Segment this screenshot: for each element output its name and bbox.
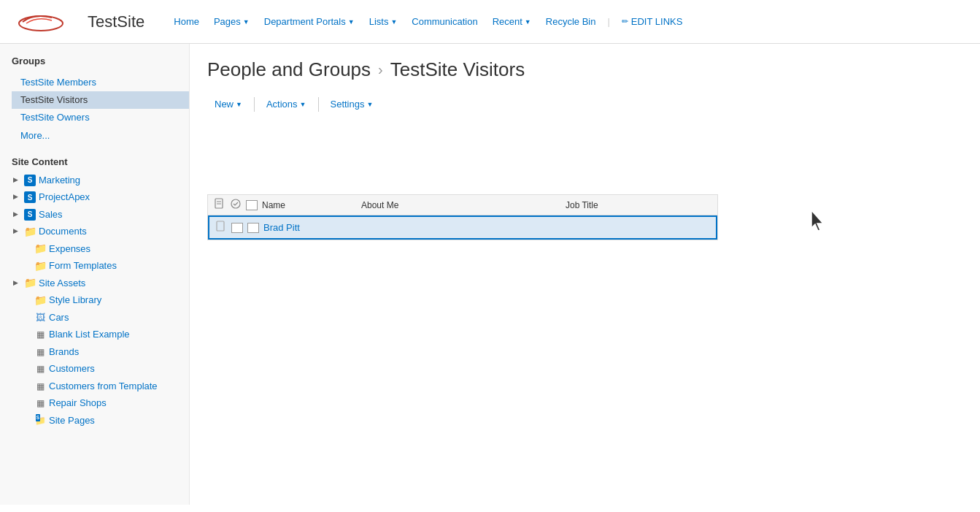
tree-item-blank-list-example[interactable]: ▶ ▦ Blank List Example	[12, 326, 189, 343]
header-page-icon	[214, 198, 230, 212]
expand-arrow-icon: ▶	[13, 210, 23, 220]
expand-arrow-icon: ▶	[13, 175, 23, 186]
folder-icon-expenses: 📁	[34, 243, 47, 255]
main-layout: Groups TestSite Members TestSite Visitor…	[0, 44, 980, 505]
settings-arrow-icon: ▼	[366, 101, 373, 108]
nav-home[interactable]: Home	[168, 13, 205, 30]
s-icon-projectapex: S	[23, 191, 36, 203]
folder-icon-documents: 📁	[23, 226, 36, 237]
nav-recycle-bin[interactable]: Recycle Bin	[540, 13, 602, 30]
cursor-area	[809, 209, 826, 234]
actions-button[interactable]: Actions ▼	[259, 96, 314, 112]
site-content-title: Site Content	[12, 156, 189, 167]
tree-item-form-templates[interactable]: ▶ 📁 Form Templates	[12, 257, 189, 275]
tree-item-sales[interactable]: ▶ S Sales	[12, 206, 189, 223]
page-title-main: People and Groups	[207, 58, 371, 81]
expand-arrow-icon: ▶	[13, 192, 23, 202]
tree-item-marketing[interactable]: ▶ S Marketing	[12, 172, 189, 189]
nav-dept-portals[interactable]: Department Portals ▼	[258, 13, 360, 30]
folder-icon-site-pages: 📁 S	[34, 415, 47, 427]
s-icon-sales: S	[23, 209, 36, 221]
col-name-header: Name	[262, 200, 361, 210]
header-edit-icon	[230, 198, 246, 212]
sidebar: Groups TestSite Members TestSite Visitor…	[0, 44, 190, 505]
s-icon-marketing: S	[23, 175, 36, 186]
list-icon-repair-shops: ▦	[34, 397, 47, 409]
site-title: TestSite	[88, 12, 144, 31]
new-button[interactable]: New ▼	[207, 96, 250, 112]
nav-bar: Home Pages ▼ Department Portals ▼ Lists …	[168, 13, 688, 30]
list-icon-brands: ▦	[34, 346, 47, 358]
toolbar: New ▼ Actions ▼ Settings ▼	[207, 96, 962, 115]
content-area: People and Groups › TestSite Visitors Ne…	[190, 44, 980, 505]
row-checkbox[interactable]	[231, 223, 243, 233]
lists-arrow-icon: ▼	[390, 18, 397, 26]
nav-pages[interactable]: Pages ▼	[208, 13, 255, 30]
list-icon-blank-list: ▦	[34, 329, 47, 340]
nav-communication[interactable]: Communication	[406, 13, 483, 30]
recent-arrow-icon: ▼	[525, 18, 531, 26]
tree-item-site-assets[interactable]: ▶ 📁 Site Assets	[12, 275, 189, 292]
tree-item-customers-from-template[interactable]: ▶ ▦ Customers from Template	[12, 378, 189, 395]
toolbar-separator	[254, 97, 255, 112]
header: TestSite Home Pages ▼ Department Portals…	[0, 0, 980, 44]
header-checkbox[interactable]	[246, 200, 258, 210]
sidebar-item-more[interactable]: More...	[12, 127, 189, 145]
row-select-checkbox[interactable]	[247, 223, 259, 233]
tree-item-projectapex[interactable]: ▶ S ProjectApex	[12, 188, 189, 206]
svg-point-4	[231, 199, 240, 208]
pages-arrow-icon: ▼	[243, 18, 250, 26]
nav-lists[interactable]: Lists ▼	[363, 13, 404, 30]
tree-item-style-library[interactable]: ▶ 📁 Style Library	[12, 291, 189, 309]
svg-point-0	[19, 16, 63, 31]
edit-icon: ✏	[622, 17, 628, 26]
page-heading: People and Groups › TestSite Visitors	[207, 58, 962, 81]
tree-item-repair-shops[interactable]: ▶ ▦ Repair Shops	[12, 394, 189, 412]
logo-icon	[12, 7, 70, 37]
user-name-link[interactable]: Brad Pitt	[263, 222, 300, 233]
svg-rect-5	[217, 221, 224, 231]
sidebar-item-testsite-owners[interactable]: TestSite Owners	[12, 109, 189, 126]
tree-item-documents[interactable]: ▶ 📁 Documents	[12, 223, 189, 240]
page-title-sub: TestSite Visitors	[390, 58, 525, 81]
expand-arrow-icon: ▶	[13, 278, 23, 289]
edit-links-button[interactable]: ✏ EDIT LINKS	[616, 13, 689, 30]
folder-icon-form-templates: 📁	[34, 260, 47, 272]
settings-button[interactable]: Settings ▼	[323, 96, 381, 112]
nav-recent[interactable]: Recent ▼	[487, 13, 537, 30]
tree-item-customers[interactable]: ▶ ▦ Customers	[12, 360, 189, 378]
groups-title: Groups	[12, 56, 189, 69]
tree-item-brands[interactable]: ▶ ▦ Brands	[12, 343, 189, 361]
img-icon-cars: 🖼	[34, 312, 47, 324]
people-table: Name About Me Job Title Brad Pitt	[207, 194, 718, 240]
new-arrow-icon: ▼	[236, 101, 242, 108]
col-jobtitle-header: Job Title	[566, 200, 711, 210]
folder-icon-style-library: 📁	[34, 294, 47, 306]
logo-area	[12, 7, 70, 37]
table-header: Name About Me Job Title	[208, 195, 717, 215]
actions-arrow-icon: ▼	[300, 101, 306, 108]
tree-item-expenses[interactable]: ▶ 📁 Expenses	[12, 240, 189, 258]
sidebar-item-testsite-visitors[interactable]: TestSite Visitors	[12, 91, 189, 109]
tree-item-site-pages[interactable]: ▶ 📁 S Site Pages	[12, 412, 189, 429]
folder-icon-site-assets: 📁	[23, 278, 36, 289]
table-row[interactable]: Brad Pitt	[208, 215, 717, 240]
sidebar-item-testsite-members[interactable]: TestSite Members	[12, 74, 189, 91]
nav-separator: |	[604, 16, 612, 27]
dept-arrow-icon: ▼	[348, 18, 355, 26]
breadcrumb-arrow-icon: ›	[378, 61, 383, 78]
list-icon-customers: ▦	[34, 363, 47, 375]
tree-item-cars[interactable]: ▶ 🖼 Cars	[12, 309, 189, 326]
col-about-header: About Me	[361, 200, 566, 210]
row-page-icon	[215, 221, 231, 234]
cursor-icon	[809, 209, 826, 232]
list-icon-customers-template: ▦	[34, 381, 47, 392]
toolbar-separator-2	[318, 97, 319, 112]
expand-arrow-icon: ▶	[13, 226, 23, 237]
